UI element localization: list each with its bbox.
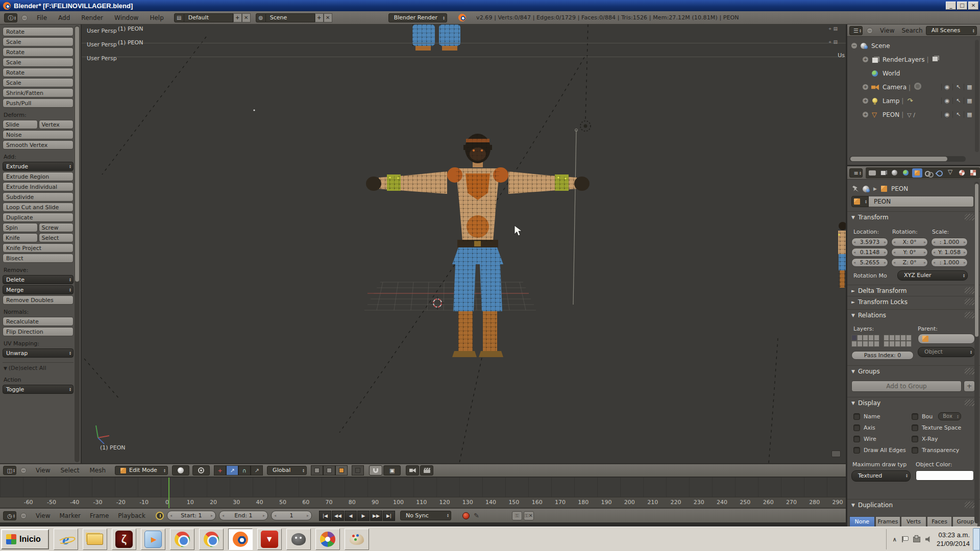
viewport-3d[interactable]: User Persp(1) PEON User Persp(1) PEON Us… <box>82 24 846 463</box>
view3d-menu[interactable]: Select <box>60 467 79 474</box>
renderability-camera-icon[interactable]: ▦ <box>964 97 975 104</box>
outliner-row[interactable]: + Camera ◉ ↖ ▦ <box>847 80 980 94</box>
layers-grid-left[interactable] <box>851 335 879 347</box>
rot-y-field[interactable]: Y: 0° <box>891 248 928 257</box>
opengl-render-anim-icon[interactable] <box>420 465 433 475</box>
scale-x-field[interactable]: : 1.000 <box>931 238 968 246</box>
timeline-menu[interactable]: Frame <box>90 512 109 519</box>
tool-shelf-item[interactable]: Rotate <box>3 68 74 77</box>
outliner-row[interactable]: + RenderLayers ◉ ↖ ▦ <box>847 53 980 66</box>
current-frame-field[interactable]: 1 <box>271 511 312 520</box>
properties-tab[interactable] <box>878 168 889 178</box>
tool-shelf-item[interactable]: Recalculate <box>3 317 74 326</box>
expander-icon[interactable]: + <box>863 112 868 117</box>
taskbar-app-button[interactable] <box>315 529 340 550</box>
timeline-menu[interactable]: Playback <box>118 512 145 519</box>
renderability-camera-icon[interactable]: ▦ <box>964 111 975 118</box>
outliner-row[interactable]: − Scene ◉ ↖ ▦ <box>847 39 980 53</box>
collapsed-panel-header[interactable]: ►Transform Locks <box>847 296 980 307</box>
properties-tab[interactable] <box>867 168 877 178</box>
tool-shelf-item[interactable]: Scale <box>3 37 74 46</box>
manipulator-axes-icon[interactable]: + <box>214 465 226 475</box>
expander-icon[interactable]: + <box>863 57 868 62</box>
face-select-icon[interactable] <box>335 465 348 475</box>
delete-keyframe-icon[interactable]: ⚿✕ <box>524 511 534 520</box>
display-checkbox[interactable]: Texture Space <box>912 423 961 432</box>
properties-tab[interactable] <box>901 168 911 178</box>
tool-shelf-item[interactable]: Scale <box>3 58 74 67</box>
duplication-mode-button[interactable]: Verts <box>901 516 926 527</box>
tool-shelf-item[interactable]: Bisect <box>3 254 74 263</box>
menubar-menu[interactable]: File <box>37 14 47 21</box>
outliner-menu[interactable]: View <box>880 27 894 34</box>
display-checkbox[interactable]: Axis <box>853 423 906 432</box>
use-preview-range-icon[interactable] <box>156 512 164 520</box>
properties-tab[interactable] <box>957 168 967 178</box>
tool-shelf-item[interactable]: Slide EdgeVertex <box>3 120 74 129</box>
outliner-hscrollbar[interactable] <box>849 156 966 162</box>
object-id-icon[interactable] <box>851 196 869 207</box>
tool-shelf-item[interactable]: SpinScrew <box>3 223 74 232</box>
action-center-flag-icon[interactable] <box>902 536 908 542</box>
display-checkbox[interactable]: Bou Box <box>912 412 961 420</box>
properties-tab[interactable] <box>968 168 978 178</box>
menubar-menu[interactable]: Render <box>81 14 103 21</box>
properties-editor-icon[interactable]: ≡ <box>849 168 863 178</box>
display-checkbox[interactable]: Name <box>853 412 906 420</box>
maximize-button[interactable]: □ <box>957 2 967 10</box>
layout-icon[interactable]: ▤ <box>174 13 184 22</box>
start-button[interactable]: Inicio <box>1 529 49 549</box>
outliner-filter-dropdown[interactable]: All Scenes <box>926 26 977 35</box>
frame-end-field[interactable]: End: 1 <box>219 511 268 520</box>
add-scene-button[interactable]: + <box>315 13 324 22</box>
properties-tab[interactable] <box>923 168 934 178</box>
opengl-render-icon[interactable] <box>406 465 419 475</box>
expander-icon[interactable]: − <box>851 43 857 48</box>
menubar-menu[interactable]: Add <box>58 14 70 21</box>
delete-layout-button[interactable]: ✕ <box>242 13 251 22</box>
taskbar-app-button[interactable] <box>54 529 78 550</box>
tool-shelf-item[interactable]: Push/Pull <box>3 98 74 108</box>
outliner-menu[interactable]: Search <box>901 27 922 34</box>
collapsed-panel-header[interactable]: ►Delta Transform <box>847 285 980 296</box>
menubar-menu[interactable]: Help <box>150 14 163 21</box>
tool-shelf-item[interactable]: Scale <box>3 78 74 87</box>
taskbar-app-button[interactable] <box>83 529 107 550</box>
maxdraw-dropdown[interactable]: Textured <box>851 470 911 482</box>
pin-icon[interactable] <box>852 186 859 192</box>
outliner-row[interactable]: + PEON ◉ ↖ ▦ <box>847 108 980 121</box>
current-frame-playhead[interactable] <box>168 478 169 508</box>
edge-select-icon[interactable] <box>323 465 335 475</box>
tool-shelf-item[interactable]: Toggle <box>3 385 74 394</box>
parent-object-field[interactable] <box>918 334 975 344</box>
new-group-button[interactable]: + <box>964 381 975 392</box>
outliner-row[interactable]: World ◉ ↖ ▦ <box>847 66 980 80</box>
tool-shelf-item[interactable]: Flip Direction <box>3 327 74 336</box>
selectability-cursor-icon[interactable]: ↖ <box>952 111 964 118</box>
view3d-editor-icon[interactable]: ◫ <box>3 466 16 475</box>
frame-start-field[interactable]: Start: 1 <box>167 511 216 520</box>
tray-expand-icon[interactable]: ∧ <box>893 536 897 543</box>
tool-shelf-item[interactable]: Rotate <box>3 47 74 57</box>
tool-shelf-item[interactable]: Smooth Vertex <box>3 140 74 149</box>
tool-shelf-item[interactable]: Noise <box>3 130 74 139</box>
tool-shelf-item[interactable]: Loop Cut and Slide <box>3 203 74 212</box>
visibility-eye-icon[interactable]: ◉ <box>941 97 952 104</box>
clock[interactable]: 03:23 a.m. 21/09/2014 <box>937 531 970 548</box>
properties-tab[interactable] <box>935 168 945 178</box>
minimize-button[interactable]: _ <box>946 2 956 10</box>
snap-magnet-icon[interactable] <box>369 465 382 475</box>
viewport-shading-dropdown[interactable] <box>172 465 189 475</box>
parent-type-dropdown[interactable]: Object <box>918 347 975 357</box>
view3d-menu[interactable]: View <box>36 467 50 474</box>
outliner-row[interactable]: + Lamp ◉ ↖ ▦ <box>847 94 980 108</box>
duplication-mode-button[interactable]: Frames <box>875 516 901 527</box>
limit-to-visible-icon[interactable] <box>352 465 364 475</box>
rot-z-field[interactable]: Z: 0° <box>891 258 928 267</box>
visibility-eye-icon[interactable]: ◉ <box>941 84 952 90</box>
taskbar-app-button[interactable] <box>141 529 165 550</box>
duplication-mode-button[interactable]: None <box>849 516 875 527</box>
transport-button[interactable]: ◀ <box>345 511 357 521</box>
outliner-vscrollbar[interactable] <box>975 40 979 152</box>
pass-index-field[interactable]: Pass Index: 0 <box>851 351 914 360</box>
